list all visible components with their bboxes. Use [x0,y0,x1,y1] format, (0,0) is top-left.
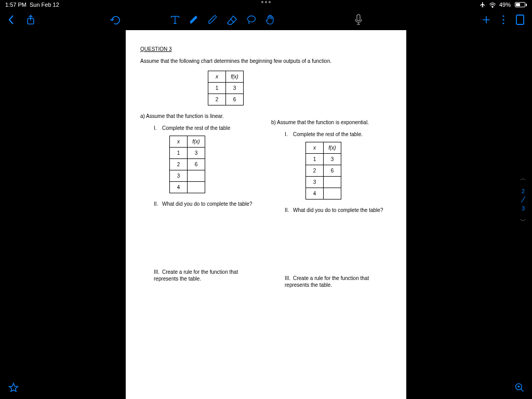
part-a-table: xf(x) 13 26 3 4 [169,136,205,193]
page-view-button[interactable] [515,14,525,25]
status-bar: 1:57 PM Sun Feb 12 49% [0,0,532,9]
part-b-table: xf(x) 13 26 3 4 [305,142,341,200]
question-intro: Assume that the following chart determin… [140,58,392,64]
share-button[interactable] [26,15,35,25]
battery-icon [514,2,527,7]
svg-rect-7 [516,15,524,24]
part-a-i: Complete the rest of the table [162,125,230,131]
lasso-tool[interactable] [246,15,257,25]
battery-pct: 49% [499,2,511,8]
part-a: a) Assume that the function is linear. I… [140,113,261,292]
page-down-icon[interactable]: ﹀ [520,217,526,225]
part-b-i: Complete the rest of the table. [293,131,363,137]
part-a-ii: What did you do to complete the table? [162,201,252,207]
part-b-ii: What did you do to complete the table? [293,207,383,213]
undo-button[interactable] [110,15,122,24]
page-current: 2 [522,188,525,194]
zoom-button[interactable] [514,382,525,393]
svg-rect-3 [357,15,360,21]
text-tool[interactable] [169,14,181,25]
multitask-dots[interactable] [261,1,271,3]
more-button[interactable] [502,15,505,25]
svg-point-4 [502,15,504,17]
mic-button[interactable] [354,14,363,25]
part-a-label: a) Assume that the function is linear. [140,113,261,119]
svg-point-2 [248,16,256,22]
document-page[interactable]: QUESTION 3 Assume that the following cha… [126,30,406,399]
given-table: xf(x) 13 26 [208,71,244,105]
page-indicator[interactable]: ︿ 2 3 ﹀ [520,174,527,225]
add-button[interactable] [481,15,491,25]
question-label: QUESTION 3 [140,46,392,52]
part-b: b) Assume that the function is exponenti… [271,113,392,292]
svg-point-6 [502,22,504,24]
page-total: 3 [522,205,525,211]
svg-point-5 [502,19,504,20]
app-toolbar [0,9,532,30]
marker-tool[interactable] [189,15,200,25]
favorite-button[interactable] [8,382,19,393]
status-time: 1:57 PM [5,2,26,8]
part-a-iii: Create a rule for the function that repr… [154,269,238,282]
status-date: Sun Feb 12 [30,2,59,8]
airplane-icon [480,2,486,8]
part-b-iii: Create a rule for the function that repr… [285,275,369,288]
eraser-tool[interactable] [227,15,238,25]
part-b-label: b) Assume that the function is exponenti… [271,119,392,126]
pen-tool[interactable] [208,15,218,25]
svg-point-0 [492,7,493,7]
page-divider [521,196,525,203]
page-up-icon[interactable]: ︿ [520,174,526,183]
wifi-icon [489,2,496,8]
hand-tool[interactable] [265,14,275,25]
back-button[interactable] [7,15,16,25]
